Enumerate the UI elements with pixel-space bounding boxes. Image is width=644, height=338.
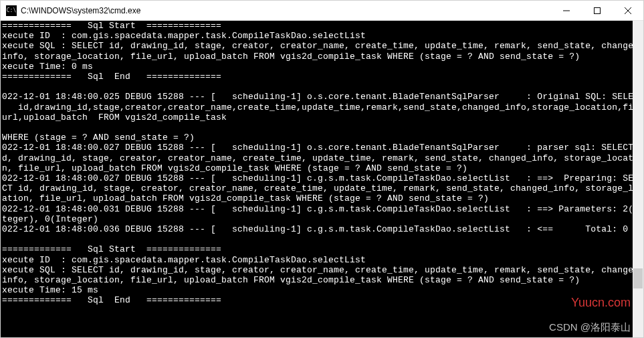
brand-watermark: Yuucn.com xyxy=(571,296,631,310)
minimize-icon xyxy=(563,7,570,14)
minimize-button[interactable] xyxy=(551,1,582,21)
terminal-output[interactable]: ============= Sql Start ============== x… xyxy=(1,21,643,337)
svg-rect-1 xyxy=(595,7,601,13)
credit-watermark: CSDN @洛阳泰山 xyxy=(549,321,631,334)
titlebar[interactable]: C:\ C:\WINDOWS\system32\cmd.exe xyxy=(1,1,643,21)
maximize-button[interactable] xyxy=(582,1,613,21)
window-title: C:\WINDOWS\system32\cmd.exe xyxy=(21,6,140,15)
close-button[interactable] xyxy=(613,1,643,21)
close-icon xyxy=(625,7,631,14)
cmd-window: C:\ C:\WINDOWS\system32\cmd.exe ========… xyxy=(0,0,644,338)
maximize-icon xyxy=(594,7,601,14)
cmd-icon: C:\ xyxy=(6,5,17,16)
scrollbar-thumb[interactable] xyxy=(633,268,643,288)
scrollbar[interactable] xyxy=(633,21,643,337)
